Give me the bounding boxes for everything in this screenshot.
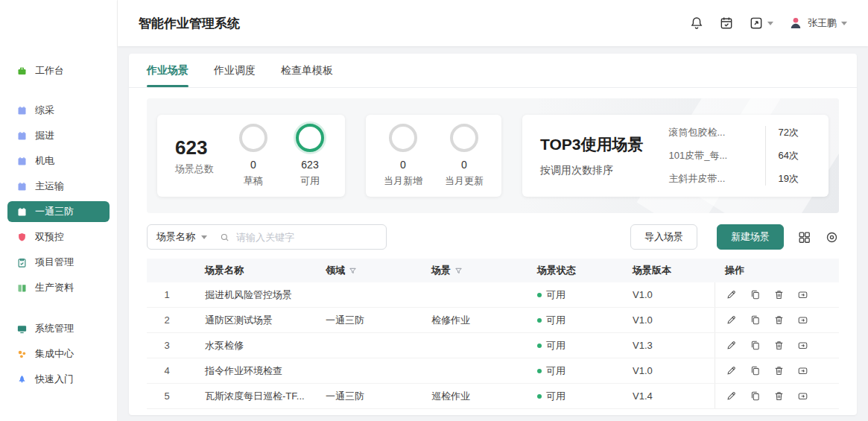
sidebar-item-transport[interactable]: 主运输 (7, 176, 110, 197)
copy-icon[interactable] (750, 314, 761, 326)
month-updated-value: 0 (461, 159, 467, 171)
copy-icon[interactable] (750, 390, 761, 402)
sidebar-item-mining[interactable]: 综采 (7, 100, 110, 121)
sidebar: 工作台 综采 掘进 机电 主运输 一通三防 双预控 项目管理 (0, 0, 118, 421)
filter-funnel-icon[interactable] (454, 267, 463, 275)
month-added-label: 当月新增 (384, 174, 422, 188)
bell-icon[interactable] (689, 16, 704, 31)
col-domain: 领域 (320, 264, 425, 277)
col-scene: 场景 (425, 264, 531, 277)
sidebar-item-materials[interactable]: 生产资料 (7, 277, 110, 298)
scene-total: 623 场景总数 (175, 136, 214, 176)
row-scene-type: 检修作业 (425, 314, 531, 327)
row-version: V1.0 (627, 314, 715, 326)
monthly-card: 0 当月新增 0 当月更新 (366, 115, 501, 197)
top3-title: TOP3使用场景 (540, 134, 643, 155)
tab-checklist-template[interactable]: 检查单模板 (281, 54, 333, 87)
delete-icon[interactable] (773, 390, 785, 402)
status-dot (537, 394, 542, 399)
ventilation-icon (16, 206, 28, 218)
row-index: 4 (147, 365, 187, 376)
row-actions (715, 282, 839, 307)
sidebar-item-excavation[interactable]: 掘进 (7, 125, 110, 146)
sidebar-item-quickstart[interactable]: 快速入门 (7, 369, 110, 390)
export-icon[interactable] (797, 365, 808, 376)
delete-icon[interactable] (773, 314, 785, 326)
sidebar-item-integration[interactable]: 集成中心 (7, 344, 110, 364)
edit-icon[interactable] (726, 314, 737, 326)
top3-names: 滚筒包胶检... 101皮带_每... 主斜井皮带... (668, 126, 756, 186)
workbench-icon (16, 66, 28, 77)
export-icon[interactable] (797, 314, 808, 326)
draft-ring (239, 124, 267, 152)
search-filter-box: 场景名称 (147, 224, 387, 250)
row-status: 可用 (531, 339, 627, 352)
sidebar-item-label: 综采 (35, 104, 54, 117)
stat-draft: 0 草稿 (236, 124, 270, 188)
row-scene-type: 巡检作业 (425, 390, 531, 403)
edit-icon[interactable] (726, 340, 737, 351)
sidebar-item-label: 主运输 (35, 180, 64, 193)
month-added-value: 0 (400, 159, 406, 171)
search-icon (219, 232, 230, 243)
sidebar-item-label: 快速入门 (35, 373, 74, 386)
row-actions (715, 308, 839, 332)
export-icon[interactable] (797, 289, 808, 300)
export-icon[interactable] (797, 390, 808, 402)
usable-value: 623 (301, 159, 318, 171)
filter-field-select[interactable]: 场景名称 (156, 230, 207, 244)
filter-funnel-icon[interactable] (349, 267, 357, 275)
stat-month-updated: 0 当月更新 (445, 124, 484, 188)
table-row[interactable]: 5 瓦斯浓度每日巡检-TF... 一通三防 巡检作业 可用 V1.4 (147, 384, 839, 409)
delete-icon[interactable] (773, 340, 785, 351)
usable-label: 可用 (300, 174, 320, 188)
sidebar-item-system[interactable]: 系统管理 (7, 318, 110, 339)
tab-scene[interactable]: 作业场景 (147, 54, 189, 87)
topbar-actions: 张王鹏 (689, 16, 847, 31)
sidebar-item-electromech[interactable]: 机电 (7, 151, 110, 171)
calendar-icon[interactable] (719, 16, 734, 31)
settings-icon[interactable] (825, 230, 839, 244)
sidebar-item-project[interactable]: 项目管理 (7, 252, 110, 273)
table-row[interactable]: 1 掘进机风险管控场景 可用 V1.0 (147, 282, 839, 308)
sidebar-item-ventilation[interactable]: 一通三防 (7, 201, 110, 222)
row-scene-name: 通防区测试场景 (187, 314, 320, 327)
grid-view-icon[interactable] (797, 230, 811, 244)
system-icon (16, 323, 28, 335)
copy-icon[interactable] (750, 340, 761, 351)
sidebar-item-dual-control[interactable]: 双预控 (7, 227, 110, 247)
avatar (788, 16, 803, 31)
row-version: V1.0 (627, 365, 715, 376)
draft-value: 0 (250, 159, 256, 171)
row-actions (715, 333, 839, 358)
table-header-row: 场景名称 领域 场景 (147, 259, 839, 282)
delete-icon[interactable] (773, 289, 785, 300)
tab-schedule[interactable]: 作业调度 (214, 54, 256, 87)
search-input[interactable] (236, 232, 377, 243)
edit-icon[interactable] (726, 365, 737, 376)
table-row[interactable]: 2 通防区测试场景 一通三防 检修作业 可用 V1.0 (147, 308, 839, 333)
project-icon (16, 257, 28, 268)
create-scene-button[interactable]: 新建场景 (717, 224, 784, 250)
top3-card: TOP3使用场景 按调用次数排序 滚筒包胶检... 101皮带_每... 主斜井… (522, 115, 829, 197)
top3-item-count: 19次 (778, 172, 798, 186)
table-row[interactable]: 4 指令作业环境检查 可用 V1.0 (147, 358, 839, 384)
edit-icon[interactable] (726, 289, 737, 300)
row-status: 可用 (531, 390, 627, 403)
table-row[interactable]: 3 水泵检修 可用 V1.3 (147, 333, 839, 358)
stat-month-added: 0 当月新增 (384, 124, 422, 188)
copy-icon[interactable] (750, 365, 761, 376)
month-updated-ring (450, 124, 478, 152)
status-dot (537, 318, 542, 323)
sidebar-item-label: 工作台 (35, 64, 64, 77)
copy-icon[interactable] (750, 289, 761, 300)
app-exit-control[interactable] (749, 16, 773, 31)
sidebar-item-workbench[interactable]: 工作台 (7, 60, 110, 81)
export-icon[interactable] (797, 340, 808, 351)
import-scene-button[interactable]: 导入场景 (630, 224, 697, 250)
user-menu[interactable]: 张王鹏 (788, 16, 847, 31)
edit-icon[interactable] (726, 390, 737, 402)
delete-icon[interactable] (773, 365, 785, 376)
draft-label: 草稿 (244, 174, 263, 188)
chevron-down-icon (841, 22, 847, 25)
